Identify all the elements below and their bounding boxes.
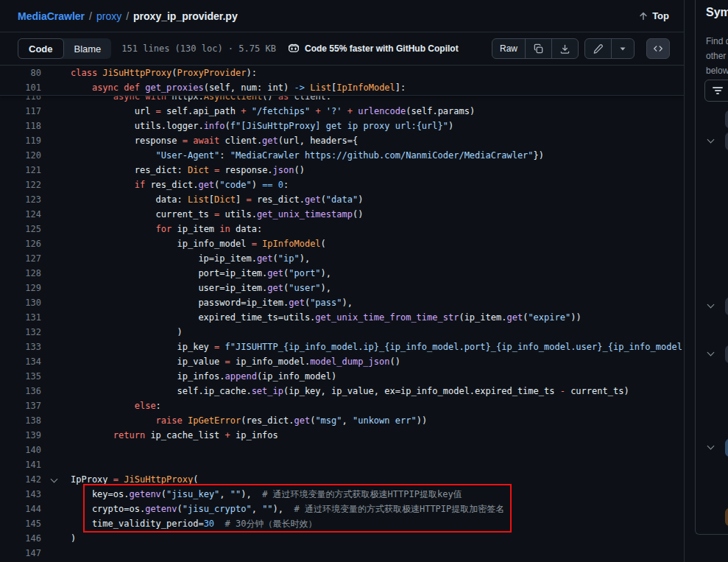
code-text: raise IpGetError(res_dict.get("msg", "un… [71, 413, 427, 428]
edit-file-button[interactable] [585, 39, 611, 58]
chevron-down-icon[interactable] [707, 301, 715, 309]
line-number[interactable]: 144 [0, 502, 41, 516]
line-number[interactable]: 140 [0, 443, 41, 457]
code-text: res_dict: Dict = response.json() [71, 163, 305, 178]
code-text: async def get_proxies(self, num: int) ->… [71, 80, 406, 95]
symbol-item[interactable] [725, 439, 728, 457]
code-text: password=ip_item.get("pass"), [71, 295, 353, 310]
code-text: ip_info_model = IpInfoModel( [71, 236, 326, 251]
code-text: ) [71, 531, 76, 546]
edit-group [584, 38, 635, 59]
symbols-panel-description: other symbols in this file by clicking a… [706, 49, 728, 63]
code-line: 127 ip=ip_item.get("ip"), [0, 251, 684, 266]
line-number[interactable]: 133 [0, 340, 41, 354]
line-number[interactable]: 136 [0, 384, 41, 398]
copy-raw-button[interactable] [525, 39, 551, 58]
symbol-item[interactable] [725, 133, 728, 150]
breadcrumb-repo-link[interactable]: MediaCrawler [18, 10, 85, 22]
collapse-chevron-icon[interactable] [51, 476, 58, 483]
line-number[interactable]: 101 [0, 80, 41, 95]
line-number[interactable]: 119 [0, 133, 41, 148]
breadcrumb-separator: / [89, 10, 92, 22]
symbols-panel-title: Symbols [706, 6, 728, 19]
code-line: 123 data: List[Dict] = res_dict.get("dat… [0, 192, 684, 207]
breadcrumb-folder-link[interactable]: proxy [96, 10, 121, 22]
line-number[interactable]: 145 [0, 516, 41, 531]
line-number[interactable]: 143 [0, 487, 41, 502]
raw-button[interactable]: Raw [492, 39, 525, 58]
code-line: 146) [0, 531, 684, 546]
code-text: else: [71, 398, 161, 413]
line-number[interactable]: 141 [0, 457, 41, 472]
breadcrumb-filename: proxy_ip_provider.py [133, 10, 238, 22]
line-number[interactable]: 137 [0, 398, 41, 413]
download-raw-button[interactable] [551, 39, 578, 58]
symbols-pane-toggle-button[interactable] [646, 38, 670, 59]
line-number[interactable]: 121 [0, 163, 41, 178]
tab-blame[interactable]: Blame [64, 38, 112, 59]
line-number[interactable]: 118 [0, 119, 41, 133]
line-number[interactable]: 129 [0, 281, 41, 295]
code-line: 101 async def get_proxies(self, num: int… [0, 80, 684, 95]
line-number[interactable]: 134 [0, 354, 41, 369]
code-text: port=ip_item.get("port"), [71, 266, 331, 281]
line-number[interactable]: 122 [0, 178, 41, 192]
code-line: 134 ip_value = ip_info_model.model_dump_… [0, 354, 684, 369]
code-line: 144 crypto=os.getenv("jisu_crypto", ""),… [0, 502, 684, 516]
line-number[interactable]: 128 [0, 266, 41, 281]
line-number[interactable]: 135 [0, 369, 41, 384]
code-text: return ip_cache_list + ip_infos [71, 428, 278, 443]
line-number[interactable]: 132 [0, 325, 41, 340]
line-number[interactable]: 142 [0, 472, 41, 487]
chevron-down-icon[interactable] [707, 136, 715, 144]
line-number[interactable]: 125 [0, 222, 41, 236]
symbols-panel: Symbols Find definitions and references … [695, 0, 728, 535]
line-number[interactable]: 130 [0, 295, 41, 310]
code-line: 122 if res_dict.get("code") == 0: [0, 178, 684, 192]
line-number[interactable]: 80 [0, 66, 41, 80]
symbols-filter-button[interactable] [704, 80, 728, 102]
line-number[interactable]: 120 [0, 148, 41, 163]
code-text: ip_infos.append(ip_info_model) [71, 369, 336, 384]
code-line: 135 ip_infos.append(ip_info_model) [0, 369, 684, 384]
code-line: 117 url = self.api_path + "/fetchips" + … [0, 104, 684, 119]
code-line: 126 ip_info_model = IpInfoModel( [0, 236, 684, 251]
line-number[interactable]: 123 [0, 192, 41, 207]
code-text: ip_value = ip_info_model.model_dump_json… [71, 354, 400, 369]
code-text: "User-Agent": "MediaCrawler https://gith… [71, 148, 544, 163]
line-number[interactable]: 139 [0, 428, 41, 443]
symbol-item[interactable] [725, 298, 728, 315]
code-line: 137 else: [0, 398, 684, 413]
toolbar-actions: Raw [492, 38, 670, 59]
line-number[interactable]: 117 [0, 104, 41, 119]
code-text: url = self.api_path + "/fetchips" + '?' … [71, 104, 475, 119]
line-number[interactable]: 138 [0, 413, 41, 428]
chevron-down-icon[interactable] [707, 443, 715, 450]
scroll-to-top-button[interactable]: Top [638, 10, 669, 21]
code-line: 140 [0, 443, 684, 457]
line-number[interactable]: 146 [0, 531, 41, 546]
symbol-item[interactable] [725, 345, 728, 363]
breadcrumb-separator: / [126, 10, 129, 22]
chevron-down-icon[interactable] [707, 349, 715, 356]
code-line: 118 utils.logger.info(f"[JiSuHttpProxy] … [0, 119, 684, 133]
symbol-item[interactable] [725, 508, 728, 526]
code-text: self.ip_cache.set_ip(ip_key, ip_value, e… [71, 384, 629, 398]
tab-code[interactable]: Code [18, 38, 64, 59]
code-text: data: List[Dict] = res_dict.get("data") [71, 192, 363, 207]
edit-dropdown-button[interactable] [611, 39, 634, 58]
line-number[interactable]: 127 [0, 251, 41, 266]
line-number[interactable]: 131 [0, 310, 41, 325]
file-header: MediaCrawler / proxy / proxy_ip_provider… [0, 0, 684, 32]
code-text: response = await client.get(url, headers… [71, 133, 358, 148]
symbol-item[interactable] [725, 110, 728, 128]
line-number[interactable]: 124 [0, 207, 41, 222]
line-number[interactable]: 126 [0, 236, 41, 251]
file-meta-info: 151 lines (130 loc) · 5.75 KB [121, 43, 276, 54]
code-line: 119 response = await client.get(url, hea… [0, 133, 684, 148]
code-text: ip_key = f"JISUHTTP_{ip_info_model.ip}_{… [71, 340, 682, 354]
line-number[interactable]: 147 [0, 546, 41, 561]
code-line: 142IpProxy = JiSuHttpProxy( [0, 472, 684, 487]
code-line: 145 time_validity_period=30 # 30分钟（最长时效） [0, 516, 684, 531]
code-line: 131 expired_time_ts=utils.get_unix_time_… [0, 310, 684, 325]
